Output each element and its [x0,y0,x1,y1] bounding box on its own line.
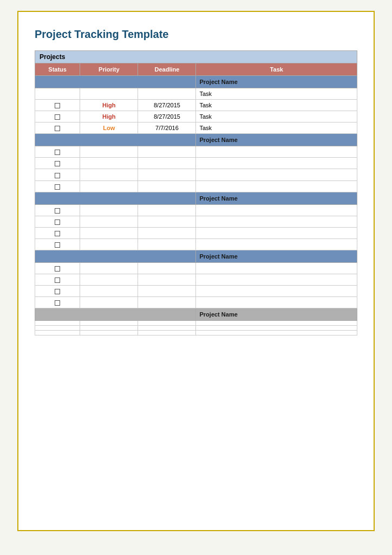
project-name-row-1: Project Name [35,134,357,146]
col-header-status: Status [35,63,80,76]
project-name-row-3: Project Name [35,250,357,263]
deadline-cell-3-0 [138,263,196,274]
task-cell-0-1: Task [196,100,357,111]
table-row [35,263,357,274]
table-row [35,238,357,250]
deadline-cell-2-1 [138,216,196,227]
task-cell-0-2: Task [196,111,357,122]
deadline-cell-3-1 [138,274,196,286]
task-cell-4-1 [196,326,357,331]
project-name-row-2: Project Name [35,192,357,204]
col-header-task: Task [196,63,357,76]
table-row [35,204,357,216]
checkbox[interactable] [55,242,60,248]
task-cell-0-0: Task [196,88,357,100]
deadline-cell-0-2: 8/27/2015 [138,111,196,122]
deadline-cell-4-2 [138,331,196,335]
project-name-task-1: Project Name [196,134,357,146]
checkbox[interactable] [55,114,60,120]
table-row: Low7/7/2016Task [35,122,357,134]
status-cell-0-2 [35,111,80,122]
priority-cell-3-2 [80,286,138,297]
priority-cell-2-1 [80,216,138,227]
column-header-row: Status Priority Deadline Task [35,63,357,76]
checkbox[interactable] [55,231,60,236]
table-row [35,321,357,326]
checkbox[interactable] [55,173,60,178]
status-cell-1-3 [35,180,80,192]
table-row [35,326,357,331]
priority-cell-2-2 [80,227,138,238]
main-table: Status Priority Deadline Task Project Na… [35,63,357,335]
table-row [35,331,357,335]
checkbox[interactable] [55,208,60,214]
priority-cell-2-0 [80,204,138,216]
status-cell-4-2 [35,331,80,335]
status-cell-2-2 [35,227,80,238]
task-cell-1-1 [196,158,357,169]
deadline-cell-1-2 [138,169,196,180]
status-cell-3-3 [35,297,80,308]
table-row: Task [35,88,357,100]
priority-cell-4-1 [80,326,138,331]
deadline-cell-0-3: 7/7/2016 [138,122,196,134]
checkbox[interactable] [55,300,60,306]
task-cell-2-3 [196,238,357,250]
status-cell-1-0 [35,146,80,158]
task-cell-3-3 [196,297,357,308]
checkbox[interactable] [55,289,60,294]
table-row [35,158,357,169]
status-cell-0-3 [35,122,80,134]
priority-cell-1-1 [80,158,138,169]
page: Project Tracking Template Projects Statu… [17,11,375,531]
status-cell-2-0 [35,204,80,216]
checkbox[interactable] [55,278,60,283]
status-cell-2-1 [35,216,80,227]
priority-value-0-1: High [102,102,115,108]
checkbox[interactable] [55,161,60,166]
project-name-task-0: Project Name [196,76,357,88]
project-name-row-0: Project Name [35,76,357,88]
priority-cell-1-0 [80,146,138,158]
status-cell-3-1 [35,274,80,286]
task-cell-1-3 [196,180,357,192]
priority-cell-3-0 [80,263,138,274]
task-cell-3-2 [196,286,357,297]
deadline-cell-0-1: 8/27/2015 [138,100,196,111]
priority-value-0-3: Low [103,125,115,131]
table-row: High8/27/2015Task [35,100,357,111]
deadline-cell-1-3 [138,180,196,192]
checkbox[interactable] [55,266,60,272]
task-cell-2-0 [196,204,357,216]
checkbox[interactable] [55,150,60,155]
table-row [35,227,357,238]
priority-value-0-2: High [102,113,115,120]
status-cell-2-3 [35,238,80,250]
checkbox[interactable] [55,103,60,108]
task-cell-1-2 [196,169,357,180]
priority-cell-0-0 [80,88,138,100]
checkbox[interactable] [55,220,60,225]
priority-cell-1-3 [80,180,138,192]
priority-cell-0-1: High [80,100,138,111]
priority-cell-3-1 [80,274,138,286]
deadline-cell-3-2 [138,286,196,297]
task-cell-3-0 [196,263,357,274]
task-cell-4-2 [196,331,357,335]
table-row [35,216,357,227]
table-row [35,180,357,192]
status-cell-4-0 [35,321,80,326]
table-row [35,274,357,286]
task-cell-2-1 [196,216,357,227]
task-cell-3-1 [196,274,357,286]
project-name-row-4: Project Name [35,308,357,321]
project-name-label-3 [35,250,196,263]
priority-cell-3-3 [80,297,138,308]
deadline-cell-2-0 [138,204,196,216]
project-name-label-1 [35,134,196,146]
status-cell-0-1 [35,100,80,111]
deadline-cell-4-1 [138,326,196,331]
checkbox[interactable] [55,184,60,190]
table-row [35,169,357,180]
checkbox[interactable] [55,126,60,131]
